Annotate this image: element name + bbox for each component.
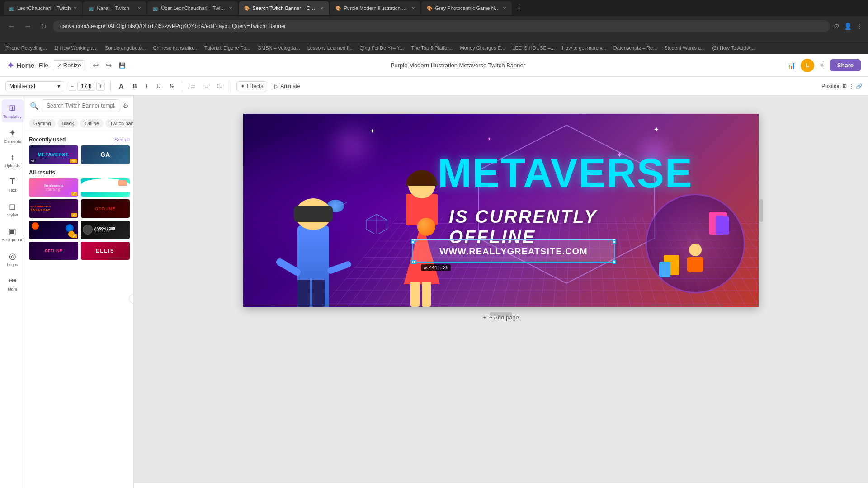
new-tab-button[interactable]: + (513, 4, 525, 13)
resize-button[interactable]: ⤢ Resize (53, 60, 85, 70)
divider-3 (231, 81, 231, 92)
font-size-input[interactable] (77, 82, 95, 91)
sidebar-item-text[interactable]: T Text (2, 174, 24, 196)
forward-button[interactable]: → (22, 20, 34, 32)
save-status-button[interactable]: 💾 (116, 60, 128, 70)
uploads-icon: ↑ (10, 153, 14, 162)
profile-icon[interactable]: 👤 (844, 23, 852, 30)
tab-3[interactable]: 📺 Über LeonChaudhari – Twitch ✕ (147, 1, 238, 15)
extensions-icon[interactable]: ⚙ (834, 23, 840, 30)
sidebar-item-styles[interactable]: ◻ Styles (2, 198, 24, 221)
strikethrough-button[interactable]: S̶ (167, 81, 176, 91)
template-thumb-ga[interactable]: GA › (81, 145, 130, 164)
address-bar[interactable]: canva.com/design/DAFOlghbIsQ/OLoTZl5s-vy… (53, 20, 830, 32)
blob-left (334, 127, 370, 164)
more-icon: ••• (8, 276, 17, 286)
logos-icon: ◎ (9, 251, 16, 261)
toolbar-center: Purple Modern Illustration Metaverse Twi… (134, 62, 783, 69)
cube-illustration (365, 213, 388, 235)
sidebar-item-elements[interactable]: ✦ Elements (2, 124, 24, 147)
animate-button[interactable]: ▷ Animate (271, 82, 304, 91)
sidebar-item-more[interactable]: ••• More (2, 272, 24, 295)
category-offline[interactable]: Offline (80, 119, 104, 128)
url-text-selected[interactable]: WWW.REALLYGREATSITE.COM w: 444 h: 28 (412, 239, 615, 263)
menu-icon[interactable]: ⋮ (856, 23, 863, 30)
invite-button[interactable]: + (820, 61, 825, 70)
category-black[interactable]: Black (57, 119, 79, 128)
template-thumb-offline-red[interactable]: OFFLINE (81, 199, 130, 218)
sidebar-item-uploads[interactable]: ↑ Uploads (2, 149, 24, 172)
templates-panel: 🔍 ⚙ Gaming Black Offline Twitch bann... … (25, 96, 134, 488)
recently-used-header: Recently used See all (29, 136, 130, 143)
template-thumb-space[interactable]: W (29, 221, 78, 239)
category-gaming[interactable]: Gaming (29, 119, 56, 128)
canvas-wrapper: ⧉ ⤢ ↗ (243, 114, 759, 307)
browser-chrome: 📺 LeonChaudhari – Twitch ✕ 📺 Kanal – Twi… (0, 0, 868, 54)
canvas-resize-bottom[interactable] (490, 312, 512, 316)
add-page-button[interactable]: + + Add page (476, 307, 526, 328)
tab-6[interactable]: 🎨 Grey Photocentric Game Nigh... ✕ (421, 1, 512, 15)
share-button[interactable]: Share (830, 59, 861, 71)
more-format-button[interactable]: ⁝≡ (214, 81, 225, 91)
canvas-resize-right[interactable] (760, 199, 763, 222)
filter-icon[interactable]: ⚙ (123, 102, 129, 109)
position-button[interactable]: Position ⊞ ⋮ 🔗 (821, 83, 863, 89)
bookmarks-bar: Phone Recycling... 1) How Working a... S… (0, 41, 868, 54)
all-results-header: All results (29, 169, 130, 176)
template-thumb-aaron[interactable]: AARON LOEB STREAMER (81, 221, 130, 239)
banner-title[interactable]: METAVERSE (438, 150, 686, 197)
tab-5[interactable]: 🎨 Purple Modern Illustration Me... ✕ (330, 1, 420, 15)
home-button[interactable]: ✦ Home (7, 61, 34, 70)
document-title: Purple Modern Illustration Metaverse Twi… (391, 62, 525, 69)
stats-icon[interactable]: 📊 (788, 62, 795, 69)
styles-icon: ◻ (9, 202, 16, 211)
person-left-illustration (270, 167, 361, 307)
canva-logo: ✦ (7, 61, 14, 70)
history-controls: ↩ ↪ 💾 (90, 60, 128, 70)
sparkle-1: ✦ (370, 127, 375, 135)
bold-button[interactable]: B (130, 81, 139, 91)
see-all-button[interactable]: See all (114, 137, 130, 142)
user-avatar[interactable]: L (801, 59, 814, 72)
italic-button[interactable]: I (143, 81, 151, 91)
tab-2[interactable]: 📺 Kanal – Twitch ✕ (83, 1, 146, 15)
sidebar-item-background[interactable]: ▣ Background (2, 223, 24, 246)
effects-button[interactable]: ✦ Effects (236, 81, 267, 91)
plus-icon: + (483, 314, 486, 321)
refresh-button[interactable]: ↻ (38, 20, 49, 33)
file-button[interactable]: File (39, 62, 48, 69)
back-button[interactable]: ← (5, 20, 18, 32)
template-thumb-streaming[interactable]: »» STREAMING EVERYDAY W (29, 199, 78, 218)
undo-button[interactable]: ↩ (90, 60, 101, 70)
sidebar-item-templates[interactable]: ⊞ Templates (2, 99, 24, 122)
effects-icon: ✦ (241, 83, 245, 89)
tab-4[interactable]: 🎨 Search Twitch Banner – Canva ✕ (239, 1, 329, 15)
font-size-increase[interactable]: + (96, 82, 105, 91)
animate-icon: ▷ (274, 83, 278, 89)
underline-button[interactable]: U (154, 81, 163, 91)
template-thumb-ellis[interactable]: ELLIS (81, 242, 130, 260)
tab-1[interactable]: 📺 LeonChaudhari – Twitch ✕ (4, 1, 82, 15)
width-indicator: w: 444 h: 28 (421, 264, 451, 271)
template-thumb-offline-pink[interactable]: OFFLINE (29, 242, 78, 260)
align-left-button[interactable]: ☰ (188, 81, 198, 91)
position-icon: ⊞ (843, 83, 847, 89)
app-toolbar: ✦ Home File ⤢ Resize ↩ ↪ 💾 Purple Modern… (0, 54, 868, 77)
search-input[interactable] (42, 99, 120, 112)
canvas-frame[interactable]: ✦ ✦ ✦ ✦ ✦ (243, 114, 759, 307)
template-thumb-metaverse[interactable]: METAVERSE Pro W (29, 145, 78, 164)
sidebar-item-logos[interactable]: ◎ Logos (2, 248, 24, 271)
divider-2 (182, 81, 182, 92)
template-thumb-teal[interactable] (81, 178, 130, 197)
color-picker-button[interactable]: A (116, 81, 126, 91)
font-size-decrease[interactable]: − (68, 82, 76, 91)
text-icon: T (10, 177, 15, 187)
redo-button[interactable]: ↪ (103, 60, 114, 70)
left-sidebar: ⊞ Templates ✦ Elements ↑ Uploads T Text … (0, 96, 25, 488)
font-selector[interactable]: Montserrat ▾ (5, 81, 64, 91)
all-results-grid: the stream is starting! W (29, 178, 130, 260)
font-size-control: − + (68, 82, 105, 91)
list-button[interactable]: ≡ (202, 81, 211, 91)
template-thumb-starting[interactable]: the stream is starting! W (29, 178, 78, 197)
category-twitch-banner[interactable]: Twitch bann... (105, 119, 133, 128)
